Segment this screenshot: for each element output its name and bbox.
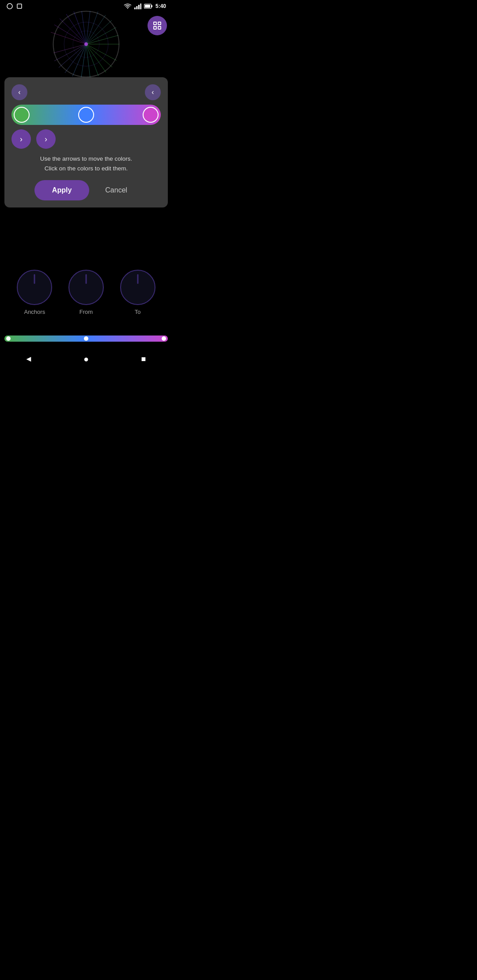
chevron-left-2-button[interactable]: ‹	[145, 84, 161, 100]
arrow-right-1-icon: ›	[20, 135, 23, 144]
svg-rect-3	[136, 6, 137, 9]
bottom-thumb-left[interactable]	[6, 336, 11, 341]
chevron-left-1-button[interactable]: ‹	[11, 84, 27, 100]
svg-line-33	[86, 44, 117, 60]
from-label: From	[80, 309, 93, 315]
svg-point-37	[84, 42, 88, 46]
to-label: To	[135, 309, 141, 315]
expand-icon	[152, 21, 162, 30]
apply-button[interactable]: Apply	[34, 180, 89, 200]
signal-icon	[134, 3, 141, 9]
circle-icon	[6, 3, 13, 10]
svg-line-28	[81, 44, 86, 77]
svg-rect-40	[154, 26, 156, 29]
pink-color-thumb[interactable]	[143, 107, 159, 123]
svg-rect-1	[17, 4, 22, 8]
svg-rect-5	[140, 4, 141, 9]
anchors-label: Anchors	[24, 309, 45, 315]
wifi-icon	[124, 3, 132, 9]
svg-line-27	[72, 44, 86, 76]
battery-icon	[144, 4, 153, 9]
status-bar: 5:40	[0, 0, 172, 12]
knobs-area: Anchors From To	[0, 270, 172, 315]
spiral-visualization	[38, 9, 135, 79]
svg-rect-38	[154, 22, 156, 25]
bottom-gradient-bar[interactable]	[4, 335, 168, 342]
svg-rect-4	[138, 5, 140, 9]
svg-line-18	[74, 11, 86, 44]
square-icon	[16, 3, 23, 10]
arrow-right-2-icon: ›	[45, 135, 47, 144]
blue-color-thumb[interactable]	[78, 107, 94, 123]
expand-button[interactable]	[148, 16, 167, 35]
back-icon: ◄	[25, 354, 33, 364]
to-knob[interactable]	[120, 270, 155, 305]
color-gradient-bar	[11, 105, 161, 125]
svg-line-15	[86, 11, 98, 44]
svg-line-26	[65, 44, 86, 73]
svg-line-22	[51, 32, 86, 44]
color-editor-modal: ‹ ‹ › › Use the arrows to move the color…	[4, 77, 168, 207]
svg-rect-41	[158, 26, 161, 29]
from-knob-indicator	[85, 274, 87, 284]
anchors-knob-indicator	[34, 274, 35, 284]
arrows-row: › ›	[11, 129, 161, 149]
bottom-thumb-right[interactable]	[162, 336, 166, 341]
svg-line-23	[53, 44, 86, 53]
status-left-icons	[6, 3, 23, 10]
svg-rect-39	[158, 22, 161, 25]
to-knob-item: To	[120, 270, 155, 315]
android-nav-bar: ◄ ● ■	[0, 348, 172, 373]
arrow-right-1-button[interactable]: ›	[11, 129, 31, 149]
from-knob[interactable]	[68, 270, 104, 305]
svg-line-25	[59, 44, 86, 68]
recents-icon: ■	[141, 354, 146, 364]
chevron-left-1-icon: ‹	[18, 88, 20, 96]
action-row: Apply Cancel	[11, 180, 161, 200]
instruction-line-1: Use the arrows to move the colors.	[11, 154, 161, 164]
svg-rect-8	[145, 5, 150, 8]
recents-nav-button[interactable]: ■	[135, 350, 152, 368]
arrow-right-2-button[interactable]: ›	[36, 129, 56, 149]
anchors-knob[interactable]	[17, 270, 52, 305]
chevron-left-2-icon: ‹	[151, 88, 154, 96]
svg-point-0	[7, 4, 12, 9]
cancel-button[interactable]: Cancel	[95, 180, 138, 200]
svg-line-32	[86, 44, 112, 67]
back-nav-button[interactable]: ◄	[20, 350, 38, 368]
svg-line-17	[82, 11, 86, 44]
svg-line-24	[54, 44, 86, 61]
svg-rect-2	[134, 8, 136, 9]
top-chevrons-row: ‹ ‹	[11, 84, 161, 100]
instruction-line-2: Click on the colors to edit them.	[11, 164, 161, 173]
home-nav-button[interactable]: ●	[77, 350, 95, 368]
green-color-thumb[interactable]	[14, 107, 30, 123]
svg-rect-7	[151, 5, 152, 8]
svg-line-12	[86, 27, 116, 44]
clock: 5:40	[155, 3, 166, 9]
home-icon: ●	[83, 354, 89, 364]
anchors-knob-item: Anchors	[17, 270, 52, 315]
to-knob-indicator	[137, 274, 138, 284]
svg-line-21	[54, 25, 86, 44]
status-right: 5:40	[124, 3, 166, 9]
svg-line-19	[66, 14, 86, 44]
instruction-text: Use the arrows to move the colors. Click…	[11, 154, 161, 173]
from-knob-item: From	[68, 270, 104, 315]
bottom-thumb-center[interactable]	[84, 336, 88, 341]
